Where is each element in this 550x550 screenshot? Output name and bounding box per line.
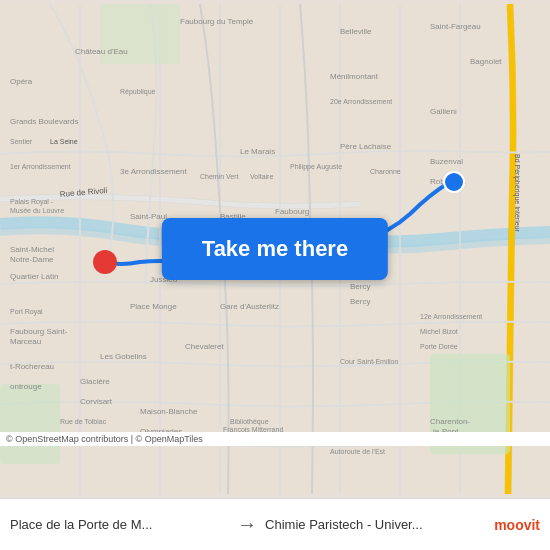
svg-text:Place Monge: Place Monge (130, 302, 177, 311)
svg-text:Gare d'Austerlitz: Gare d'Austerlitz (220, 302, 279, 311)
arrow-icon: → (229, 513, 265, 536)
svg-text:Bagnolet: Bagnolet (470, 57, 502, 66)
svg-text:Chemin Vert: Chemin Vert (200, 173, 239, 180)
destination-label: Chimie Paristech - Univer... (265, 517, 484, 532)
svg-text:Bercy: Bercy (350, 282, 370, 291)
svg-text:Saint-Michel: Saint-Michel (10, 245, 54, 254)
svg-text:Bd Périphérique Intérieur: Bd Périphérique Intérieur (513, 154, 521, 232)
svg-text:Rue de Tolbiac: Rue de Tolbiac (60, 418, 107, 425)
svg-text:Faubourg du Temple: Faubourg du Temple (180, 17, 254, 26)
svg-text:Voltaire: Voltaire (250, 173, 273, 180)
svg-text:Quartier Latin: Quartier Latin (10, 272, 58, 281)
svg-text:20e Arrondissement: 20e Arrondissement (330, 98, 392, 105)
svg-text:Chevaleret: Chevaleret (185, 342, 224, 351)
svg-text:La Seine: La Seine (50, 138, 78, 145)
destination-marker (444, 172, 464, 192)
svg-point-67 (449, 177, 459, 187)
svg-text:Musée du Louvre: Musée du Louvre (10, 207, 64, 214)
destination-section: Chimie Paristech - Univer... (265, 517, 484, 532)
svg-text:Charonne: Charonne (370, 168, 401, 175)
svg-text:ontrouge: ontrouge (10, 382, 42, 391)
svg-text:Notre-Dame: Notre-Dame (10, 255, 54, 264)
origin-section: Place de la Porte de M... (10, 517, 229, 532)
svg-text:Bercy: Bercy (350, 297, 370, 306)
svg-text:Père Lachaise: Père Lachaise (340, 142, 392, 151)
svg-text:Marceau: Marceau (10, 337, 41, 346)
svg-point-65 (100, 257, 110, 267)
svg-text:Maison-Blanche: Maison-Blanche (140, 407, 198, 416)
moovit-logo: moovit (494, 517, 540, 533)
svg-text:Bibliothèque: Bibliothèque (230, 418, 269, 426)
take-me-there-button[interactable]: Take me there (162, 218, 388, 280)
svg-text:Glacière: Glacière (80, 377, 110, 386)
svg-text:t-Rochereau: t-Rochereau (10, 362, 54, 371)
svg-text:Charenton-: Charenton- (430, 417, 470, 426)
app-container: Rue de Rivoli La Seine Bd Périphérique I… (0, 0, 550, 550)
svg-text:Belleville: Belleville (340, 27, 372, 36)
svg-text:Corvisart: Corvisart (80, 397, 113, 406)
svg-text:Faubourg: Faubourg (275, 207, 309, 216)
origin-marker (93, 250, 117, 274)
svg-text:Les Gobelins: Les Gobelins (100, 352, 147, 361)
svg-text:Ménilmontant: Ménilmontant (330, 72, 379, 81)
svg-text:Saint-Paul: Saint-Paul (130, 212, 167, 221)
svg-text:3e Arrondissement: 3e Arrondissement (120, 167, 187, 176)
map-area: Rue de Rivoli La Seine Bd Périphérique I… (0, 0, 550, 498)
svg-text:Sentier: Sentier (10, 138, 33, 145)
origin-label: Place de la Porte de M... (10, 517, 229, 532)
svg-text:Porte Dorée: Porte Dorée (420, 343, 458, 350)
svg-text:Opéra: Opéra (10, 77, 33, 86)
bottom-bar: Place de la Porte de M... → Chimie Paris… (0, 498, 550, 550)
svg-rect-2 (0, 384, 60, 464)
svg-text:1er Arrondissement: 1er Arrondissement (10, 163, 71, 170)
svg-text:Le Marais: Le Marais (240, 147, 275, 156)
svg-text:Saint-Fargeau: Saint-Fargeau (430, 22, 481, 31)
svg-text:Château d'Eau: Château d'Eau (75, 47, 128, 56)
svg-text:Palais Royal -: Palais Royal - (10, 198, 54, 206)
copyright-bar: © OpenStreetMap contributors | © OpenMap… (0, 432, 550, 446)
svg-text:Cour Saint-Emilion: Cour Saint-Emilion (340, 358, 398, 365)
svg-text:Faubourg Saint-: Faubourg Saint- (10, 327, 68, 336)
svg-text:12e Arrondissement: 12e Arrondissement (420, 313, 482, 320)
svg-text:Philippe Auguste: Philippe Auguste (290, 163, 342, 171)
svg-text:Grands Boulevards: Grands Boulevards (10, 117, 78, 126)
svg-text:Gallieni: Gallieni (430, 107, 457, 116)
svg-text:Michel Bizot: Michel Bizot (420, 328, 458, 335)
svg-text:République: République (120, 88, 156, 96)
svg-text:Port Royal: Port Royal (10, 308, 43, 316)
moovit-logo-text: moovit (494, 517, 540, 533)
svg-text:Autoroute de l'Est: Autoroute de l'Est (330, 448, 385, 455)
svg-text:Buzenval: Buzenval (430, 157, 463, 166)
